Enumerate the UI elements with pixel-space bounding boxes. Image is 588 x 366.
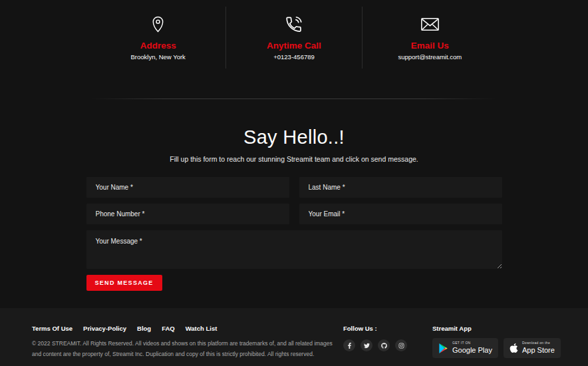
contact-title: Address <box>90 41 225 51</box>
footer-links: Terms Of Use Privacy-Policy Blog FAQ Wat… <box>32 325 333 332</box>
twitter-link[interactable] <box>361 339 372 351</box>
page-title: Say Hello..! <box>0 126 588 148</box>
contact-address-block: Address Brooklyn, New York <box>90 7 225 69</box>
facebook-link[interactable] <box>343 339 355 351</box>
contact-email-block: Email Us support@streamit.com <box>362 7 498 69</box>
instagram-icon <box>398 343 404 349</box>
footer-link-watchlist[interactable]: Watch List <box>186 325 218 332</box>
contact-detail: support@streamit.com <box>363 53 498 61</box>
contact-detail: +0123-456789 <box>226 53 361 61</box>
facebook-icon <box>347 343 353 349</box>
copyright-text: © 2022 STREAMIT. All Rights Reserved. Al… <box>32 339 333 359</box>
email-icon <box>363 13 498 35</box>
first-name-input[interactable] <box>86 177 289 198</box>
footer-left: Terms Of Use Privacy-Policy Blog FAQ Wat… <box>32 325 333 359</box>
send-message-button[interactable]: SEND MESSAGE <box>86 275 162 291</box>
footer-link-terms[interactable]: Terms Of Use <box>32 325 73 332</box>
follow-us-label: Follow Us : <box>343 325 407 332</box>
app-store-badge[interactable]: Download on the App Store <box>504 338 561 358</box>
apple-icon <box>510 343 518 353</box>
google-play-icon <box>438 343 448 354</box>
footer-app: Streamit App GET IT ON Google Play <box>432 325 561 358</box>
copyright-line: and content are the property of, Streami… <box>32 349 333 360</box>
footer-link-faq[interactable]: FAQ <box>162 325 175 332</box>
contact-info-section: Address Brooklyn, New York Anytime Call … <box>90 7 498 69</box>
phone-number-input[interactable] <box>86 204 289 224</box>
contact-detail: Brooklyn, New York <box>90 53 225 61</box>
section-divider <box>91 98 497 99</box>
footer: Terms Of Use Privacy-Policy Blog FAQ Wat… <box>0 308 588 366</box>
email-input[interactable] <box>299 204 502 224</box>
phone-icon <box>226 13 361 35</box>
streamit-app-label: Streamit App <box>432 325 561 332</box>
contact-title: Anytime Call <box>226 41 361 51</box>
github-link[interactable] <box>378 339 390 351</box>
google-play-badge[interactable]: GET IT ON Google Play <box>432 338 498 358</box>
twitter-icon <box>364 343 370 349</box>
page-subtitle: Fill up this form to reach our stunning … <box>0 155 588 163</box>
instagram-link[interactable] <box>395 339 407 351</box>
footer-link-privacy[interactable]: Privacy-Policy <box>83 325 126 332</box>
location-pin-icon <box>90 13 225 35</box>
badge-top-text: Download on the <box>522 341 555 345</box>
footer-link-blog[interactable]: Blog <box>137 325 151 332</box>
copyright-line: © 2022 STREAMIT. All Rights Reserved. Al… <box>32 339 333 349</box>
message-textarea[interactable] <box>86 230 502 269</box>
contact-title: Email Us <box>363 41 498 51</box>
footer-social: Follow Us : <box>343 325 407 351</box>
github-icon <box>381 343 387 349</box>
last-name-input[interactable] <box>299 177 502 198</box>
contact-phone-block: Anytime Call +0123-456789 <box>225 7 361 69</box>
badge-top-text: GET IT ON <box>452 341 492 345</box>
badge-bottom-text: Google Play <box>452 346 492 355</box>
badge-bottom-text: App Store <box>522 346 555 355</box>
contact-form: SEND MESSAGE <box>86 177 502 291</box>
